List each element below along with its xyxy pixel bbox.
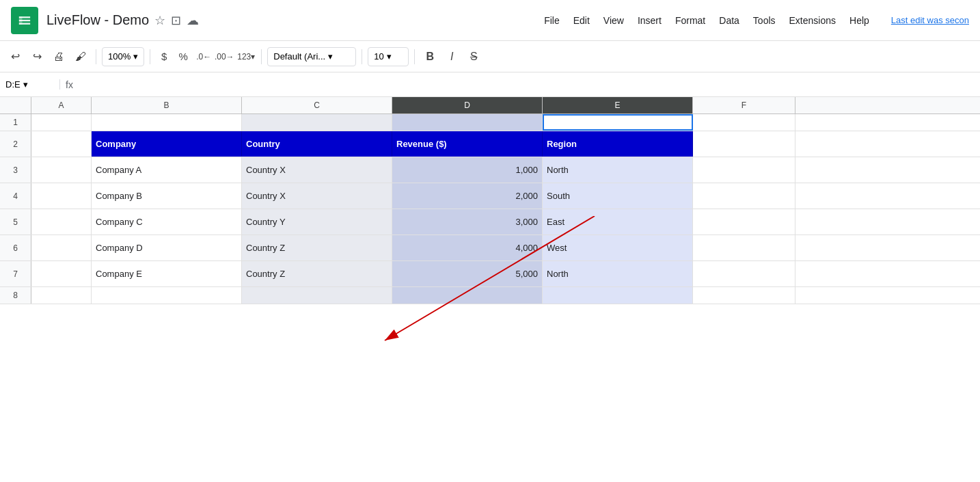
percent-button[interactable]: % — [175, 47, 191, 66]
column-headers: A B C D E F — [0, 97, 980, 114]
col-header-e[interactable]: E — [543, 97, 693, 113]
cell-c5[interactable]: Country Y — [242, 209, 392, 235]
cell-d8[interactable] — [392, 287, 543, 304]
title-bar: LiveFlow - Demo ☆ ⊡ ☁ File Edit View Ins… — [0, 0, 980, 41]
row-num-7[interactable]: 7 — [0, 261, 31, 286]
col-header-f[interactable]: F — [693, 97, 795, 113]
cell-d7[interactable]: 5,000 — [392, 261, 543, 286]
cell-f6[interactable] — [693, 235, 795, 260]
folder-icon[interactable]: ⊡ — [171, 13, 181, 28]
cell-d4[interactable]: 2,000 — [392, 183, 543, 209]
cell-b4[interactable]: Company B — [92, 183, 242, 209]
cell-f1[interactable] — [693, 114, 795, 131]
col-header-c[interactable]: C — [242, 97, 392, 113]
row-num-8[interactable]: 8 — [0, 287, 31, 304]
zoom-selector[interactable]: 100% ▾ — [102, 47, 144, 66]
col-header-b[interactable]: B — [92, 97, 242, 113]
menu-edit[interactable]: Edit — [568, 12, 595, 29]
cell-d3[interactable]: 1,000 — [392, 157, 543, 183]
menu-bar: File Edit View Insert Format Data Tools … — [539, 12, 969, 29]
cell-e5[interactable]: East — [543, 209, 693, 235]
menu-file[interactable]: File — [539, 12, 565, 29]
cell-e1[interactable] — [543, 114, 693, 131]
cell-a6[interactable] — [31, 235, 92, 260]
menu-view[interactable]: View — [598, 12, 629, 29]
bold-button[interactable]: B — [420, 47, 439, 66]
cell-b3[interactable]: Company A — [92, 157, 242, 183]
cell-reference[interactable]: D:E ▾ — [5, 79, 60, 90]
strikethrough-button[interactable]: S — [464, 47, 483, 66]
font-chevron: ▾ — [328, 51, 333, 62]
table-row: 4 Company B Country X 2,000 South — [0, 183, 980, 209]
row-num-2[interactable]: 2 — [0, 131, 31, 157]
cell-a8[interactable] — [31, 287, 92, 304]
cell-d5[interactable]: 3,000 — [392, 209, 543, 235]
cell-d6[interactable]: 4,000 — [392, 235, 543, 260]
star-icon[interactable]: ☆ — [154, 13, 165, 28]
number-format-button[interactable]: 123▾ — [236, 47, 256, 66]
print-button[interactable]: 🖨 — [49, 47, 68, 66]
cell-b1[interactable] — [92, 114, 242, 131]
decrease-decimal-button[interactable]: .0← — [194, 47, 213, 66]
cell-a7[interactable] — [31, 261, 92, 286]
cell-c6[interactable]: Country Z — [242, 235, 392, 260]
col-header-a[interactable]: A — [31, 97, 92, 113]
redo-button[interactable]: ↪ — [27, 47, 46, 66]
menu-data[interactable]: Data — [713, 12, 745, 29]
cell-f3[interactable] — [693, 157, 795, 183]
cell-b5[interactable]: Company C — [92, 209, 242, 235]
menu-tools[interactable]: Tools — [748, 12, 781, 29]
formula-bar: D:E ▾ fx — [0, 72, 980, 97]
cell-f2[interactable] — [693, 131, 795, 157]
grid-body: 1 2 Company Country Revenue ($) Region — [0, 114, 980, 460]
currency-button[interactable]: $ — [156, 47, 172, 66]
row-num-5[interactable]: 5 — [0, 209, 31, 235]
cell-e6[interactable]: West — [543, 235, 693, 260]
cell-c3[interactable]: Country X — [242, 157, 392, 183]
row-num-1[interactable]: 1 — [0, 114, 31, 131]
cell-a4[interactable] — [31, 183, 92, 209]
cell-b7[interactable]: Company E — [92, 261, 242, 286]
cell-a3[interactable] — [31, 157, 92, 183]
cell-a2[interactable] — [31, 131, 92, 157]
cell-e3[interactable]: North — [543, 157, 693, 183]
last-edit-link[interactable]: Last edit was secon — [891, 15, 969, 25]
cell-d2[interactable]: Revenue ($) — [392, 131, 543, 157]
cell-c8[interactable] — [242, 287, 392, 304]
row-num-3[interactable]: 3 — [0, 157, 31, 183]
cell-e2[interactable]: Region — [543, 131, 693, 157]
increase-decimal-button[interactable]: .00→ — [215, 47, 234, 66]
cell-f4[interactable] — [693, 183, 795, 209]
italic-button[interactable]: I — [442, 47, 461, 66]
cell-e8[interactable] — [543, 287, 693, 304]
menu-help[interactable]: Help — [844, 12, 875, 29]
cell-e4[interactable]: South — [543, 183, 693, 209]
cell-e7[interactable]: North — [543, 261, 693, 286]
cell-b6[interactable]: Company D — [92, 235, 242, 260]
cell-a1[interactable] — [31, 114, 92, 131]
paint-format-button[interactable]: 🖌 — [71, 47, 90, 66]
row-num-4[interactable]: 4 — [0, 183, 31, 209]
cell-b8[interactable] — [92, 287, 242, 304]
cell-c1[interactable] — [242, 114, 392, 131]
cell-c2[interactable]: Country — [242, 131, 392, 157]
menu-insert[interactable]: Insert — [632, 12, 667, 29]
undo-button[interactable]: ↩ — [5, 47, 25, 66]
cell-c4[interactable]: Country X — [242, 183, 392, 209]
menu-format[interactable]: Format — [670, 12, 711, 29]
table-row: 1 — [0, 114, 980, 131]
col-header-d[interactable]: D — [392, 97, 543, 113]
formula-input[interactable] — [79, 79, 975, 90]
cell-d1[interactable] — [392, 114, 543, 131]
cell-a5[interactable] — [31, 209, 92, 235]
cell-b2[interactable]: Company — [92, 131, 242, 157]
font-selector[interactable]: Default (Ari... ▾ — [267, 47, 356, 66]
row-num-6[interactable]: 6 — [0, 235, 31, 260]
cell-f7[interactable] — [693, 261, 795, 286]
menu-extensions[interactable]: Extensions — [784, 12, 841, 29]
cell-f5[interactable] — [693, 209, 795, 235]
cell-c7[interactable]: Country Z — [242, 261, 392, 286]
font-size-selector[interactable]: 10 ▾ — [368, 47, 409, 66]
cloud-icon[interactable]: ☁ — [187, 13, 199, 28]
cell-f8[interactable] — [693, 287, 795, 304]
